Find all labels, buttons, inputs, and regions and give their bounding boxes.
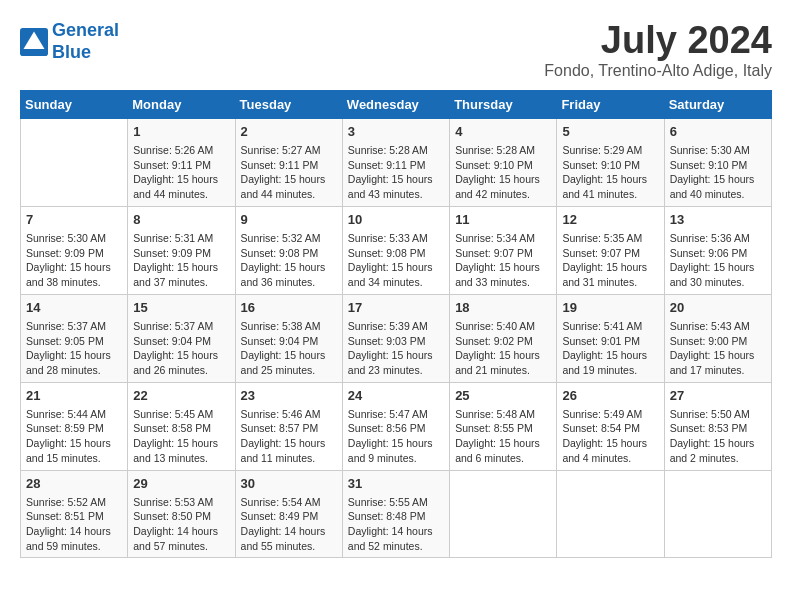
calendar-cell: 4Sunrise: 5:28 AM Sunset: 9:10 PM Daylig… (450, 118, 557, 206)
logo-icon (20, 28, 48, 56)
week-row-0: 1Sunrise: 5:26 AM Sunset: 9:11 PM Daylig… (21, 118, 772, 206)
week-row-1: 7Sunrise: 5:30 AM Sunset: 9:09 PM Daylig… (21, 206, 772, 294)
day-info: Sunrise: 5:37 AM Sunset: 9:05 PM Dayligh… (26, 319, 122, 378)
calendar-cell: 19Sunrise: 5:41 AM Sunset: 9:01 PM Dayli… (557, 294, 664, 382)
week-row-3: 21Sunrise: 5:44 AM Sunset: 8:59 PM Dayli… (21, 382, 772, 470)
calendar-cell: 3Sunrise: 5:28 AM Sunset: 9:11 PM Daylig… (342, 118, 449, 206)
day-number: 9 (241, 211, 337, 229)
calendar-table: SundayMondayTuesdayWednesdayThursdayFrid… (20, 90, 772, 559)
day-info: Sunrise: 5:55 AM Sunset: 8:48 PM Dayligh… (348, 495, 444, 554)
month-title: July 2024 (544, 20, 772, 62)
day-number: 2 (241, 123, 337, 141)
day-info: Sunrise: 5:31 AM Sunset: 9:09 PM Dayligh… (133, 231, 229, 290)
day-info: Sunrise: 5:39 AM Sunset: 9:03 PM Dayligh… (348, 319, 444, 378)
day-number: 4 (455, 123, 551, 141)
day-info: Sunrise: 5:28 AM Sunset: 9:10 PM Dayligh… (455, 143, 551, 202)
calendar-cell (557, 470, 664, 558)
calendar-cell: 13Sunrise: 5:36 AM Sunset: 9:06 PM Dayli… (664, 206, 771, 294)
day-number: 3 (348, 123, 444, 141)
title-area: July 2024 Fondo, Trentino-Alto Adige, It… (544, 20, 772, 80)
day-number: 25 (455, 387, 551, 405)
day-info: Sunrise: 5:43 AM Sunset: 9:00 PM Dayligh… (670, 319, 766, 378)
page-header: General Blue July 2024 Fondo, Trentino-A… (20, 20, 772, 80)
day-number: 19 (562, 299, 658, 317)
calendar-cell: 20Sunrise: 5:43 AM Sunset: 9:00 PM Dayli… (664, 294, 771, 382)
day-info: Sunrise: 5:48 AM Sunset: 8:55 PM Dayligh… (455, 407, 551, 466)
day-number: 14 (26, 299, 122, 317)
day-info: Sunrise: 5:41 AM Sunset: 9:01 PM Dayligh… (562, 319, 658, 378)
calendar-cell: 28Sunrise: 5:52 AM Sunset: 8:51 PM Dayli… (21, 470, 128, 558)
day-info: Sunrise: 5:37 AM Sunset: 9:04 PM Dayligh… (133, 319, 229, 378)
calendar-cell: 7Sunrise: 5:30 AM Sunset: 9:09 PM Daylig… (21, 206, 128, 294)
calendar-cell: 2Sunrise: 5:27 AM Sunset: 9:11 PM Daylig… (235, 118, 342, 206)
calendar-cell: 21Sunrise: 5:44 AM Sunset: 8:59 PM Dayli… (21, 382, 128, 470)
day-number: 20 (670, 299, 766, 317)
calendar-cell: 25Sunrise: 5:48 AM Sunset: 8:55 PM Dayli… (450, 382, 557, 470)
day-info: Sunrise: 5:29 AM Sunset: 9:10 PM Dayligh… (562, 143, 658, 202)
day-number: 8 (133, 211, 229, 229)
day-number: 18 (455, 299, 551, 317)
day-info: Sunrise: 5:36 AM Sunset: 9:06 PM Dayligh… (670, 231, 766, 290)
calendar-cell: 8Sunrise: 5:31 AM Sunset: 9:09 PM Daylig… (128, 206, 235, 294)
calendar-header-row: SundayMondayTuesdayWednesdayThursdayFrid… (21, 90, 772, 118)
day-info: Sunrise: 5:54 AM Sunset: 8:49 PM Dayligh… (241, 495, 337, 554)
calendar-cell: 15Sunrise: 5:37 AM Sunset: 9:04 PM Dayli… (128, 294, 235, 382)
calendar-cell: 29Sunrise: 5:53 AM Sunset: 8:50 PM Dayli… (128, 470, 235, 558)
day-info: Sunrise: 5:27 AM Sunset: 9:11 PM Dayligh… (241, 143, 337, 202)
calendar-cell: 18Sunrise: 5:40 AM Sunset: 9:02 PM Dayli… (450, 294, 557, 382)
calendar-cell (21, 118, 128, 206)
header-monday: Monday (128, 90, 235, 118)
week-row-2: 14Sunrise: 5:37 AM Sunset: 9:05 PM Dayli… (21, 294, 772, 382)
calendar-cell (450, 470, 557, 558)
day-info: Sunrise: 5:33 AM Sunset: 9:08 PM Dayligh… (348, 231, 444, 290)
week-row-4: 28Sunrise: 5:52 AM Sunset: 8:51 PM Dayli… (21, 470, 772, 558)
day-info: Sunrise: 5:26 AM Sunset: 9:11 PM Dayligh… (133, 143, 229, 202)
header-wednesday: Wednesday (342, 90, 449, 118)
day-number: 12 (562, 211, 658, 229)
day-number: 6 (670, 123, 766, 141)
day-info: Sunrise: 5:53 AM Sunset: 8:50 PM Dayligh… (133, 495, 229, 554)
logo-text: General Blue (52, 20, 119, 63)
calendar-cell (664, 470, 771, 558)
day-number: 15 (133, 299, 229, 317)
calendar-cell: 6Sunrise: 5:30 AM Sunset: 9:10 PM Daylig… (664, 118, 771, 206)
day-info: Sunrise: 5:40 AM Sunset: 9:02 PM Dayligh… (455, 319, 551, 378)
calendar-cell: 31Sunrise: 5:55 AM Sunset: 8:48 PM Dayli… (342, 470, 449, 558)
logo: General Blue (20, 20, 119, 63)
day-info: Sunrise: 5:45 AM Sunset: 8:58 PM Dayligh… (133, 407, 229, 466)
calendar-cell: 30Sunrise: 5:54 AM Sunset: 8:49 PM Dayli… (235, 470, 342, 558)
day-number: 31 (348, 475, 444, 493)
day-number: 5 (562, 123, 658, 141)
header-tuesday: Tuesday (235, 90, 342, 118)
day-info: Sunrise: 5:35 AM Sunset: 9:07 PM Dayligh… (562, 231, 658, 290)
day-number: 17 (348, 299, 444, 317)
day-number: 16 (241, 299, 337, 317)
header-friday: Friday (557, 90, 664, 118)
day-number: 7 (26, 211, 122, 229)
day-number: 24 (348, 387, 444, 405)
day-number: 21 (26, 387, 122, 405)
day-number: 23 (241, 387, 337, 405)
day-number: 10 (348, 211, 444, 229)
day-info: Sunrise: 5:30 AM Sunset: 9:10 PM Dayligh… (670, 143, 766, 202)
day-number: 30 (241, 475, 337, 493)
day-info: Sunrise: 5:46 AM Sunset: 8:57 PM Dayligh… (241, 407, 337, 466)
header-thursday: Thursday (450, 90, 557, 118)
day-info: Sunrise: 5:34 AM Sunset: 9:07 PM Dayligh… (455, 231, 551, 290)
calendar-cell: 14Sunrise: 5:37 AM Sunset: 9:05 PM Dayli… (21, 294, 128, 382)
day-number: 13 (670, 211, 766, 229)
day-number: 22 (133, 387, 229, 405)
calendar-cell: 26Sunrise: 5:49 AM Sunset: 8:54 PM Dayli… (557, 382, 664, 470)
day-info: Sunrise: 5:49 AM Sunset: 8:54 PM Dayligh… (562, 407, 658, 466)
day-info: Sunrise: 5:30 AM Sunset: 9:09 PM Dayligh… (26, 231, 122, 290)
day-number: 28 (26, 475, 122, 493)
day-info: Sunrise: 5:32 AM Sunset: 9:08 PM Dayligh… (241, 231, 337, 290)
day-info: Sunrise: 5:44 AM Sunset: 8:59 PM Dayligh… (26, 407, 122, 466)
day-info: Sunrise: 5:28 AM Sunset: 9:11 PM Dayligh… (348, 143, 444, 202)
calendar-cell: 11Sunrise: 5:34 AM Sunset: 9:07 PM Dayli… (450, 206, 557, 294)
day-number: 11 (455, 211, 551, 229)
day-info: Sunrise: 5:50 AM Sunset: 8:53 PM Dayligh… (670, 407, 766, 466)
header-sunday: Sunday (21, 90, 128, 118)
calendar-cell: 27Sunrise: 5:50 AM Sunset: 8:53 PM Dayli… (664, 382, 771, 470)
calendar-cell: 10Sunrise: 5:33 AM Sunset: 9:08 PM Dayli… (342, 206, 449, 294)
